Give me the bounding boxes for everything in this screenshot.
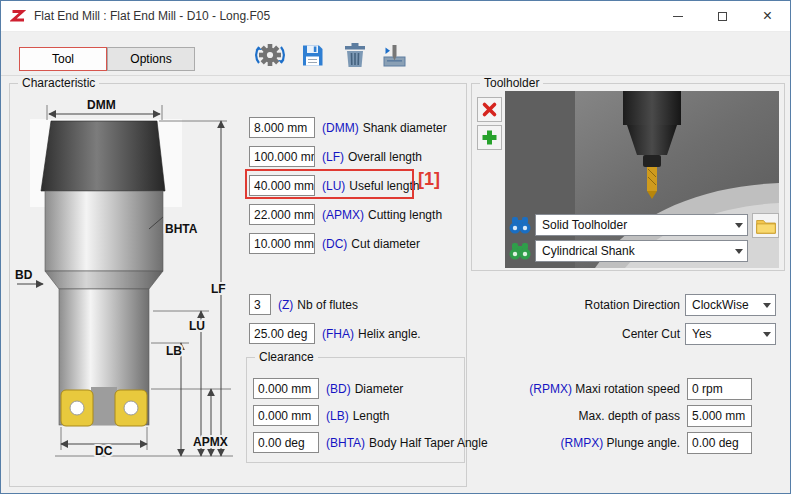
field-code: (LF) bbox=[322, 150, 344, 164]
tab-tool[interactable]: Tool bbox=[19, 47, 107, 71]
toolbar: Tool Options bbox=[1, 33, 790, 76]
minimize-button[interactable] bbox=[655, 1, 700, 31]
annotation-highlight-box bbox=[245, 169, 414, 199]
field-label: Helix angle. bbox=[358, 327, 421, 341]
cut-diameter-input[interactable]: 10.000 mm bbox=[249, 233, 315, 254]
add-toolholder-button[interactable] bbox=[477, 125, 502, 150]
field-code: (LB) bbox=[326, 409, 349, 423]
trash-icon bbox=[342, 41, 368, 69]
rotation-direction-label: Rotation Direction bbox=[585, 294, 680, 316]
dim-label-bhta: BHTA bbox=[165, 222, 198, 236]
delete-button[interactable] bbox=[338, 38, 372, 72]
field-code: (BHTA) bbox=[326, 436, 365, 450]
field-cutting-length: 22.000 mm (APMX) Cutting length bbox=[249, 204, 442, 225]
tool-diagram: DMM BHTA BD LF LU LB DC APMX bbox=[15, 93, 245, 485]
titlebar: Flat End Mill : Flat End Mill - D10 - Lo… bbox=[1, 1, 790, 32]
dim-label-lb: LB bbox=[166, 344, 182, 358]
dim-label-lf: LF bbox=[211, 282, 226, 296]
center-cut-select[interactable]: Yes bbox=[685, 323, 776, 345]
tool-library-icon bbox=[381, 42, 408, 69]
field-code: (FHA) bbox=[322, 327, 354, 341]
plunge-angle-label: (RMPX) Plunge angle. bbox=[561, 432, 680, 454]
rotation-direction-select[interactable]: ClockWise bbox=[685, 294, 776, 316]
field-label: Body Half Taper Angle bbox=[369, 436, 488, 450]
binoculars-green-icon bbox=[508, 242, 532, 260]
rpmx-text: Maxi rotation speed bbox=[575, 382, 680, 396]
field-label: Shank diameter bbox=[363, 121, 447, 135]
field-code: (Z) bbox=[278, 298, 293, 312]
chevron-down-icon bbox=[735, 223, 743, 228]
field-label: Nb of flutes bbox=[297, 298, 358, 312]
save-button[interactable] bbox=[295, 38, 329, 72]
clearance-diameter-input[interactable]: 0.000 mm bbox=[253, 378, 319, 399]
tool-settings-button[interactable] bbox=[253, 38, 287, 72]
plunge-angle-input[interactable]: 0.00 deg bbox=[687, 432, 752, 454]
red-x-icon bbox=[481, 101, 498, 118]
characteristic-group-title: Characteristic bbox=[18, 76, 99, 90]
dim-label-bd: BD bbox=[15, 268, 33, 282]
center-cut-value: Yes bbox=[692, 327, 759, 341]
helix-angle-input[interactable]: 25.00 deg bbox=[249, 323, 315, 344]
cutting-length-input[interactable]: 22.000 mm bbox=[249, 204, 315, 225]
annotation-marker: [1] bbox=[418, 169, 440, 190]
field-label: Overall length bbox=[348, 150, 422, 164]
dim-label-dc: DC bbox=[95, 444, 113, 458]
field-code: (APMX) bbox=[322, 208, 364, 222]
field-code: (BD) bbox=[326, 382, 351, 396]
tool-library-button[interactable] bbox=[377, 38, 411, 72]
overall-length-input[interactable]: 100.000 mm bbox=[249, 146, 315, 167]
clearance-length-input[interactable]: 0.000 mm bbox=[253, 405, 319, 426]
field-helix-angle: 25.00 deg (FHA) Helix angle. bbox=[249, 323, 421, 344]
chevron-down-icon bbox=[763, 332, 771, 337]
field-code: (DMM) bbox=[322, 121, 359, 135]
toolholder-select[interactable]: Solid Toolholder bbox=[535, 214, 748, 236]
field-clearance-length: 0.000 mm (LB) Length bbox=[253, 405, 389, 426]
maxi-rotation-speed-input[interactable]: 0 rpm bbox=[687, 378, 752, 400]
field-clearance-diameter: 0.000 mm (BD) Diameter bbox=[253, 378, 403, 399]
rpmx-label: (RPMX) Maxi rotation speed bbox=[529, 378, 680, 400]
toolholder-group-title: Toolholder bbox=[480, 76, 543, 90]
field-label: Cut diameter bbox=[351, 237, 420, 251]
field-label: Cutting length bbox=[368, 208, 442, 222]
dim-label-lu: LU bbox=[189, 319, 205, 333]
field-shank-diameter: 8.000 mm (DMM) Shank diameter bbox=[249, 117, 447, 138]
rotation-direction-value: ClockWise bbox=[692, 298, 759, 312]
maximize-icon bbox=[718, 12, 727, 21]
body-half-taper-angle-input[interactable]: 0.00 deg bbox=[253, 432, 319, 453]
save-floppy-icon bbox=[299, 42, 326, 69]
tool-body-upper bbox=[45, 191, 163, 271]
tab-options[interactable]: Options bbox=[107, 47, 195, 71]
center-cut-label: Center Cut bbox=[622, 323, 680, 345]
shank-select-value: Cylindrical Shank bbox=[542, 244, 731, 258]
tool-shank-top bbox=[41, 121, 165, 191]
field-label: Length bbox=[353, 409, 390, 423]
field-cut-diameter: 10.000 mm (DC) Cut diameter bbox=[249, 233, 420, 254]
dim-label-dmm: DMM bbox=[87, 98, 116, 112]
clearance-group-title: Clearance bbox=[255, 350, 318, 364]
close-button[interactable]: × bbox=[745, 1, 790, 31]
binoculars-blue-icon bbox=[508, 216, 532, 234]
window-controls: × bbox=[655, 1, 790, 31]
browse-toolholder-button[interactable] bbox=[752, 213, 779, 238]
green-plus-icon bbox=[481, 129, 498, 146]
gear-arrows-icon bbox=[255, 40, 285, 70]
chevron-down-icon bbox=[763, 303, 771, 308]
shank-select[interactable]: Cylindrical Shank bbox=[535, 240, 748, 262]
maximize-button[interactable] bbox=[700, 1, 745, 31]
dim-label-apmx: APMX bbox=[193, 435, 228, 449]
folder-icon bbox=[755, 217, 777, 235]
shank-diameter-input[interactable]: 8.000 mm bbox=[249, 117, 315, 138]
tool-editor-window: Flat End Mill : Flat End Mill - D10 - Lo… bbox=[0, 0, 791, 494]
nb-flutes-input[interactable]: 3 bbox=[249, 294, 271, 315]
remove-toolholder-button[interactable] bbox=[477, 97, 502, 122]
chevron-down-icon bbox=[735, 249, 743, 254]
toolholder-select-value: Solid Toolholder bbox=[542, 218, 731, 232]
window-title: Flat End Mill : Flat End Mill - D10 - Lo… bbox=[34, 9, 270, 23]
minimize-icon bbox=[673, 16, 683, 17]
field-body-half-taper-angle: 0.00 deg (BHTA) Body Half Taper Angle bbox=[253, 432, 488, 453]
app-logo-icon bbox=[10, 8, 26, 24]
field-label: Diameter bbox=[355, 382, 404, 396]
shank-search-button[interactable] bbox=[508, 241, 532, 261]
depth-of-pass-input[interactable]: 5.000 mm bbox=[687, 405, 752, 427]
holder-search-button[interactable] bbox=[508, 215, 532, 235]
